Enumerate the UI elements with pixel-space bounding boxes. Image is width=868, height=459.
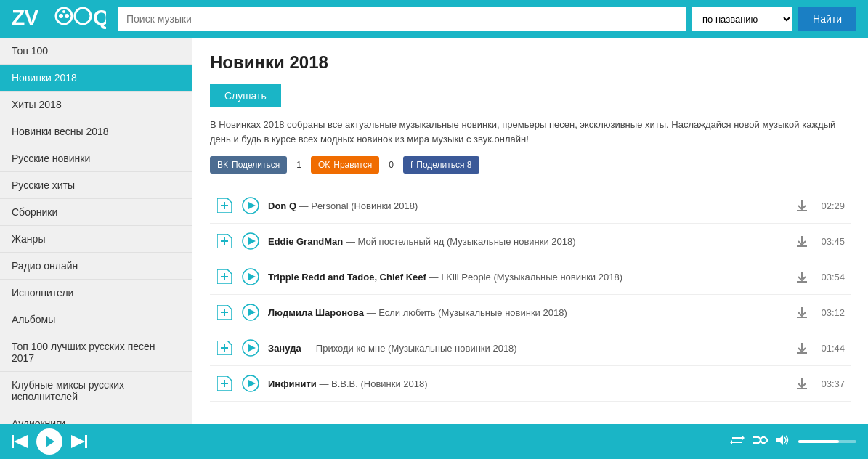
search-button[interactable]: Найти <box>798 7 856 31</box>
prev-button[interactable] <box>12 435 28 448</box>
track-add-icon-2[interactable] <box>216 268 233 285</box>
track-artist-2: Trippie Redd and Tadoe, Chief Keef <box>268 272 426 283</box>
track-add-icon-3[interactable] <box>216 304 233 321</box>
svg-marker-11 <box>248 202 256 209</box>
track-download-0[interactable] <box>792 195 812 216</box>
track-play-icon-3[interactable] <box>240 302 261 322</box>
vk-count: 1 <box>291 158 307 172</box>
svg-rect-53 <box>85 435 87 448</box>
track-info-2: Trippie Redd and Tadoe, Chief Keef — I K… <box>268 272 784 283</box>
search-bar: по названиюпо исполнителюпо альбому Найт… <box>118 7 856 31</box>
sidebar-item-3[interactable]: Новинки весны 2018 <box>0 118 192 145</box>
header: ZV Q по названиюпо исполнителюпо альбому… <box>0 0 868 38</box>
sidebar-item-1[interactable]: Новинки 2018 <box>0 65 192 92</box>
track-artist-1: Eddie GrandMan <box>268 236 343 247</box>
ok-like-label: Нравится <box>333 160 372 170</box>
track-add-icon-1[interactable] <box>216 232 233 250</box>
track-duration-4: 01:44 <box>819 343 845 354</box>
sidebar-item-9[interactable]: Исполнители <box>0 280 192 306</box>
track-download-4[interactable] <box>792 338 812 358</box>
track-add-icon-4[interactable] <box>216 339 233 357</box>
track-name-2: — I Kill People (Музыкальные новинки 201… <box>426 272 622 283</box>
search-input[interactable] <box>118 7 686 31</box>
track-item-3: Людмила Шаронова — Если любить (Музыкаль… <box>210 295 851 330</box>
logo: ZV Q <box>12 3 106 35</box>
play-button[interactable] <box>36 428 62 455</box>
track-play-icon-4[interactable] <box>240 338 261 358</box>
track-play-icon-1[interactable] <box>240 231 261 251</box>
track-name-4: — Приходи ко мне (Музыкальные новинки 20… <box>301 343 517 354</box>
track-info-4: Зануда — Приходи ко мне (Музыкальные нов… <box>268 343 784 354</box>
track-info-0: Don Q — Personal (Новинки 2018) <box>268 200 784 211</box>
fb-share-button[interactable]: f Поделиться 8 <box>403 156 479 174</box>
next-button[interactable] <box>71 435 87 448</box>
sidebar-item-10[interactable]: Альбомы <box>0 306 192 333</box>
search-type-select[interactable]: по названиюпо исполнителюпо альбому <box>692 7 792 31</box>
volume-icon[interactable] <box>776 434 790 449</box>
svg-text:Q: Q <box>93 5 106 29</box>
content-area: Новинки 2018 Слушать В Новинках 2018 соб… <box>192 38 868 424</box>
track-play-icon-5[interactable] <box>240 373 261 394</box>
track-item-1: Eddie GrandMan — Мой постельный яд (Музы… <box>210 224 851 259</box>
track-name-5: — В.В.В. (Новинки 2018) <box>317 378 428 389</box>
track-list: Don Q — Personal (Новинки 2018) 02:29 <box>210 188 851 402</box>
description-text: В Новинках 2018 собраны все актуальные м… <box>210 118 851 146</box>
track-duration-1: 03:45 <box>819 236 845 247</box>
sidebar-item-6[interactable]: Сборники <box>0 199 192 226</box>
player-controls <box>12 428 87 455</box>
sidebar-item-11[interactable]: Топ 100 лучших русских песен 2017 <box>0 333 192 372</box>
track-duration-3: 03:12 <box>819 307 845 318</box>
track-item-2: Trippie Redd and Tadoe, Chief Keef — I K… <box>210 259 851 295</box>
player-right-controls <box>730 434 856 449</box>
sidebar-item-0[interactable]: Топ 100 <box>0 38 192 65</box>
vk-icon: ВК <box>217 160 228 170</box>
track-duration-2: 03:54 <box>819 272 845 283</box>
track-download-5[interactable] <box>792 373 812 394</box>
svg-point-6 <box>65 14 69 18</box>
svg-marker-62 <box>776 435 783 445</box>
track-item-4: Зануда — Приходи ко мне (Музыкальные нов… <box>210 330 851 366</box>
listen-button[interactable]: Слушать <box>210 84 281 107</box>
vk-share-label: Поделиться <box>232 160 280 170</box>
vk-share-button[interactable]: ВК Поделиться <box>210 156 287 174</box>
player-bar <box>0 424 868 459</box>
volume-slider[interactable] <box>798 440 856 443</box>
sidebar-item-7[interactable]: Жанры <box>0 226 192 253</box>
svg-point-4 <box>59 14 63 18</box>
svg-rect-49 <box>12 435 14 448</box>
svg-marker-25 <box>248 273 256 280</box>
shuffle-icon[interactable] <box>753 434 768 449</box>
svg-point-5 <box>62 10 65 13</box>
fb-icon: f <box>410 160 413 170</box>
sidebar-item-4[interactable]: Русские новинки <box>0 145 192 172</box>
sidebar-item-2[interactable]: Хиты 2018 <box>0 92 192 118</box>
svg-marker-39 <box>248 344 256 352</box>
track-artist-4: Зануда <box>268 343 301 354</box>
svg-line-57 <box>765 440 768 443</box>
volume-fill <box>798 440 839 443</box>
ok-like-button[interactable]: ОК Нравится <box>311 156 379 174</box>
track-download-2[interactable] <box>792 267 812 287</box>
track-play-icon-2[interactable] <box>240 267 261 287</box>
sidebar-item-8[interactable]: Радио онлайн <box>0 253 192 280</box>
track-name-0: — Personal (Новинки 2018) <box>296 200 418 211</box>
track-add-icon-5[interactable] <box>216 375 233 392</box>
track-download-1[interactable] <box>792 231 812 251</box>
sidebar: Топ 100Новинки 2018Хиты 2018Новинки весн… <box>0 38 192 424</box>
sidebar-item-5[interactable]: Русские хиты <box>0 172 192 199</box>
svg-text:ZV: ZV <box>12 5 38 29</box>
sidebar-item-12[interactable]: Клубные миксы русских исполнителей <box>0 372 192 410</box>
svg-marker-32 <box>248 309 256 316</box>
fb-share-label: Поделиться 8 <box>416 160 471 170</box>
track-item-5: Инфинити — В.В.В. (Новинки 2018) 03:37 <box>210 366 851 402</box>
ok-count: 0 <box>384 158 399 172</box>
sidebar-item-13[interactable]: Аудиокниги <box>0 410 192 424</box>
track-play-icon-0[interactable] <box>240 195 261 216</box>
track-info-5: Инфинити — В.В.В. (Новинки 2018) <box>268 378 784 389</box>
page-title: Новинки 2018 <box>210 52 851 73</box>
track-add-icon-0[interactable] <box>216 197 233 214</box>
track-download-3[interactable] <box>792 302 812 322</box>
svg-marker-18 <box>248 237 256 245</box>
svg-marker-50 <box>14 435 28 448</box>
repeat-icon[interactable] <box>730 434 745 449</box>
